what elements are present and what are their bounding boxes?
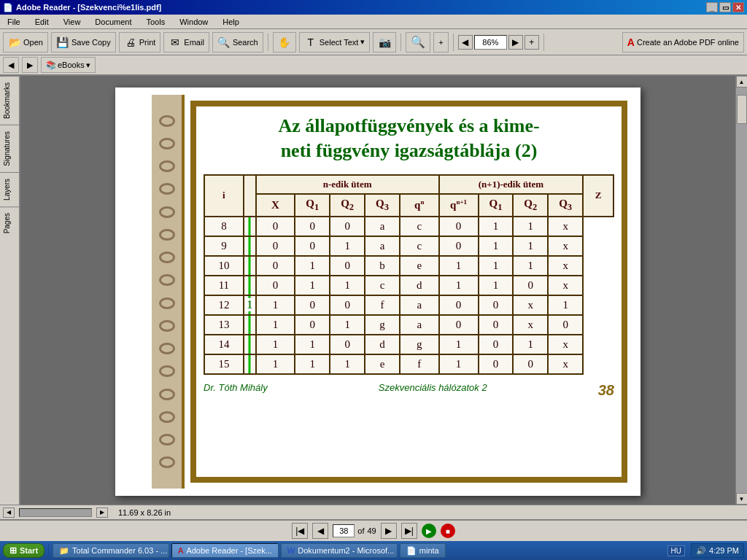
cell-Q2: 0 xyxy=(330,217,365,236)
footer-title: Szekvenciális hálózatok 2 xyxy=(379,382,487,399)
menu-edit[interactable]: Edit xyxy=(31,16,53,28)
cell-X: 0 xyxy=(256,236,295,256)
close-button[interactable]: ✕ xyxy=(732,2,744,12)
col-header-z: Z xyxy=(583,175,614,217)
hand-tool-button[interactable]: ✋ xyxy=(273,32,296,52)
last-page-button[interactable]: ▶| xyxy=(401,523,417,539)
snapshot-button[interactable]: 📷 xyxy=(373,32,396,52)
spiral-binding xyxy=(152,95,185,489)
back-button[interactable]: ◀ xyxy=(3,57,19,73)
zoom-out-button[interactable]: 🔍 xyxy=(406,32,430,52)
cell-xbar-one: 1 xyxy=(244,295,256,315)
table-row: 10 0 1 0 b e 1 1 1 x xyxy=(204,256,614,276)
cell-Q1: 1 xyxy=(295,335,330,354)
search-button[interactable]: 🔍 Search xyxy=(212,32,263,52)
document-scroll-area[interactable]: Az állapotfüggvények és a kime- neti füg… xyxy=(20,76,735,505)
menu-file[interactable]: File xyxy=(3,16,25,28)
zoom-prev-button[interactable]: ◀ xyxy=(458,35,473,50)
cell-Q1: 0 xyxy=(295,295,330,315)
cell-qn1: g xyxy=(400,335,439,354)
first-page-button[interactable]: |◀ xyxy=(292,523,308,539)
select-text-dropdown[interactable]: ▾ xyxy=(360,37,365,47)
email-button[interactable]: ✉ Email xyxy=(163,32,209,52)
scroll-down-button[interactable]: ▼ xyxy=(736,493,748,505)
tc-label: Total Commander 6.03 - ... xyxy=(72,546,167,555)
print-button[interactable]: 🖨 Print xyxy=(119,32,161,52)
menu-document[interactable]: Document xyxy=(90,16,136,28)
zoom-input[interactable] xyxy=(474,35,507,50)
cell-nQ2: 1 xyxy=(479,256,514,276)
scroll-right-button[interactable]: ▶ xyxy=(96,508,108,518)
create-pdf-button[interactable]: A Create an Adobe PDF online xyxy=(622,32,744,52)
spiral-ring xyxy=(159,160,175,172)
col-header-X: X xyxy=(256,194,295,217)
windows-logo-icon: ⊞ xyxy=(9,545,17,556)
select-text-button[interactable]: T Select Text ▾ xyxy=(299,32,371,52)
spiral-ring xyxy=(159,183,175,195)
pages-tab[interactable]: Pages xyxy=(0,206,19,239)
zoom-plus-button[interactable]: + xyxy=(525,35,539,50)
cell-Q2: 1 xyxy=(330,315,365,335)
menu-tools[interactable]: Tools xyxy=(142,16,170,28)
taskbar-separator xyxy=(48,543,49,558)
scroll-thumb[interactable] xyxy=(737,95,747,124)
save-icon: 💾 xyxy=(56,36,69,49)
open-label: Open xyxy=(23,38,43,47)
play-button[interactable]: ▶ xyxy=(422,524,436,538)
minta-label: minta xyxy=(419,546,439,555)
page-info: of 49 xyxy=(333,524,376,537)
cell-nQ3: x xyxy=(513,295,548,315)
pdf-title-line1: Az állapotfüggvények és a kime- xyxy=(278,115,539,136)
pdf-title-line2: neti függvény igazságtáblája (2) xyxy=(281,140,538,161)
right-scrollbar[interactable]: ▲ ▼ xyxy=(735,76,747,505)
start-button[interactable]: ⊞ Start xyxy=(3,543,44,558)
ebooks-button[interactable]: 📚 eBooks ▾ xyxy=(41,57,96,73)
spiral-ring xyxy=(159,252,175,263)
bookmarks-tab[interactable]: Bookmarks xyxy=(0,76,19,125)
cell-Z: x xyxy=(548,236,583,256)
cell-X: 0 xyxy=(256,276,295,295)
menu-window[interactable]: Window xyxy=(175,16,212,28)
cell-X: 0 xyxy=(256,256,295,276)
table-row: 8 0 0 0 a c 0 1 1 x xyxy=(204,217,614,236)
zoom-in-button[interactable]: + xyxy=(433,32,448,52)
save-copy-label: Save Copy xyxy=(71,38,111,47)
cell-X: 1 xyxy=(256,315,295,335)
open-button[interactable]: 📂 Open xyxy=(3,32,48,52)
cell-qn1: f xyxy=(400,354,439,374)
signatures-tab[interactable]: Signatures xyxy=(0,125,19,172)
title-bar-controls: _ ▭ ✕ xyxy=(706,2,744,12)
table-row: 11 0 1 1 c d 1 1 0 x xyxy=(204,276,614,295)
menu-view[interactable]: View xyxy=(59,16,85,28)
current-page-input[interactable] xyxy=(333,524,355,537)
menu-help[interactable]: Help xyxy=(218,16,244,28)
minimize-button[interactable]: _ xyxy=(706,2,718,12)
ebooks-dropdown-icon: ▾ xyxy=(86,61,90,70)
stop-button[interactable]: ■ xyxy=(441,524,455,538)
scroll-track[interactable] xyxy=(736,88,748,493)
scroll-h-track[interactable] xyxy=(19,508,92,517)
cell-i: 14 xyxy=(204,335,244,354)
restore-button[interactable]: ▭ xyxy=(719,2,731,12)
scroll-left-button[interactable]: ◀ xyxy=(3,508,15,518)
layers-tab[interactable]: Layers xyxy=(0,172,19,206)
taskbar-total-commander[interactable]: 📁 Total Commander 6.03 - ... xyxy=(53,543,169,558)
cell-X: 1 xyxy=(256,354,295,374)
spiral-ring xyxy=(159,274,175,286)
menu-bar: File Edit View Document Tools Window Hel… xyxy=(0,15,747,29)
cell-Q2: 0 xyxy=(330,295,365,315)
zoom-next-button[interactable]: ▶ xyxy=(508,35,523,50)
taskbar-minta[interactable]: 📄 minta xyxy=(400,543,446,558)
forward-button[interactable]: ▶ xyxy=(22,57,38,73)
footer-page-number: 38 xyxy=(598,382,614,399)
next-page-button[interactable]: ▶ xyxy=(381,523,397,539)
save-copy-button[interactable]: 💾 Save Copy xyxy=(51,32,116,52)
cell-Z: x xyxy=(548,335,583,354)
cell-qn1: c xyxy=(400,217,439,236)
cell-Z: x xyxy=(548,256,583,276)
taskbar-word[interactable]: W Dokumentum2 - Microsof... xyxy=(281,543,398,558)
taskbar-adobe-reader[interactable]: A Adobe Reader - [Szek... xyxy=(171,543,279,558)
cell-nQ3: 0 xyxy=(513,276,548,295)
prev-page-button[interactable]: ◀ xyxy=(312,523,328,539)
scroll-up-button[interactable]: ▲ xyxy=(736,76,748,88)
